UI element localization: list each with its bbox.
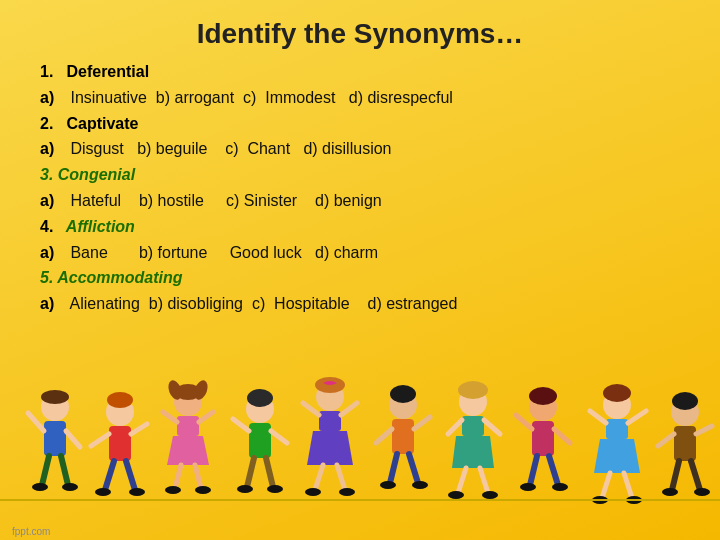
svg-line-24 — [163, 412, 177, 422]
svg-line-13 — [131, 424, 147, 434]
svg-point-47 — [305, 488, 321, 496]
svg-point-76 — [552, 483, 568, 491]
svg-rect-51 — [392, 419, 414, 454]
svg-line-34 — [271, 431, 287, 443]
svg-line-26 — [175, 465, 181, 488]
svg-line-54 — [390, 454, 397, 483]
svg-line-71 — [516, 415, 532, 429]
svg-line-53 — [414, 417, 430, 429]
q3-num: 3. Congenial — [40, 163, 135, 188]
q1-num: 1. — [40, 60, 62, 85]
q5a-letter: a) — [40, 292, 62, 317]
bottom-illustration: fppt.com — [0, 370, 720, 540]
svg-point-50 — [390, 385, 416, 403]
q2-label: Captivate — [62, 112, 138, 137]
q1-label: Deferential — [62, 60, 149, 85]
svg-rect-32 — [249, 423, 271, 458]
svg-point-8 — [62, 483, 78, 491]
svg-rect-79 — [606, 419, 628, 439]
slide-title: Identify the Synonyms… — [197, 18, 524, 50]
svg-rect-22 — [177, 416, 199, 436]
question-3: 3. Congenial — [40, 163, 680, 188]
svg-line-4 — [66, 431, 80, 447]
svg-point-56 — [380, 481, 396, 489]
q5a-options: Alienating b) disobliging c) Hospitable … — [66, 292, 457, 317]
svg-line-84 — [624, 473, 632, 498]
svg-line-27 — [195, 465, 201, 488]
svg-line-90 — [658, 434, 674, 446]
svg-rect-41 — [319, 411, 341, 431]
question-2: 2. Captivate — [40, 112, 680, 137]
svg-line-55 — [409, 454, 418, 483]
svg-point-67 — [482, 491, 498, 499]
svg-point-16 — [95, 488, 111, 496]
svg-line-91 — [696, 426, 712, 434]
svg-point-69 — [529, 387, 557, 405]
svg-line-65 — [480, 468, 488, 493]
svg-line-73 — [530, 456, 537, 485]
question-1-options: a) Insinuative b) arrogant c) Immodest d… — [40, 86, 680, 111]
svg-line-35 — [247, 458, 254, 487]
question-1: 1. Deferential — [40, 60, 680, 85]
svg-point-48 — [339, 488, 355, 496]
svg-point-57 — [412, 481, 428, 489]
svg-rect-89 — [674, 426, 696, 461]
svg-point-66 — [448, 491, 464, 499]
question-4-options: a) Bane b) fortune Good luck d) charm — [40, 241, 680, 266]
svg-point-21 — [175, 384, 201, 400]
svg-marker-23 — [167, 436, 209, 465]
svg-line-36 — [266, 458, 273, 487]
slide: Identify the Synonyms… 1. Deferential a)… — [0, 0, 720, 540]
svg-line-62 — [448, 420, 462, 434]
fppt-label: fppt.com — [12, 526, 50, 537]
q2a-letter: a) — [40, 137, 62, 162]
q4-num: 4. — [40, 215, 62, 240]
svg-point-31 — [247, 389, 273, 407]
svg-line-74 — [549, 456, 558, 485]
svg-point-59 — [458, 381, 488, 399]
q4-label: Affliction — [62, 215, 135, 240]
svg-point-7 — [32, 483, 48, 491]
svg-point-29 — [195, 486, 211, 494]
svg-point-28 — [165, 486, 181, 494]
q2-num: 2. — [40, 112, 62, 137]
svg-line-64 — [458, 468, 466, 493]
q3a-options: Hateful b) hostile c) Sinister d) benign — [66, 189, 382, 214]
q4a-letter: a) — [40, 241, 62, 266]
svg-marker-61 — [452, 436, 494, 468]
svg-line-93 — [691, 461, 700, 490]
svg-line-25 — [199, 412, 213, 422]
svg-line-81 — [590, 411, 606, 423]
svg-point-88 — [672, 392, 698, 410]
svg-line-92 — [672, 461, 679, 490]
content-area: 1. Deferential a) Insinuative b) arrogan… — [20, 60, 700, 318]
svg-line-46 — [337, 465, 345, 490]
svg-rect-11 — [109, 426, 131, 461]
question-5: 5. Accommodating — [40, 266, 680, 291]
svg-marker-42 — [307, 431, 353, 465]
svg-point-94 — [662, 488, 678, 496]
q2a-options: Disgust b) beguile c) Chant d) disillusi… — [66, 137, 391, 162]
q1a-letter: a) — [40, 86, 62, 111]
svg-line-43 — [303, 403, 319, 415]
svg-line-83 — [602, 473, 610, 498]
svg-point-95 — [694, 488, 710, 496]
svg-line-12 — [91, 434, 109, 446]
svg-line-5 — [42, 456, 49, 485]
question-4: 4. Affliction — [40, 215, 680, 240]
q3a-letter: a) — [40, 189, 62, 214]
svg-point-1 — [41, 390, 69, 404]
svg-line-15 — [126, 461, 135, 490]
svg-line-45 — [315, 465, 323, 490]
q1a-options: Insinuative b) arrogant c) Immodest d) d… — [66, 86, 453, 111]
svg-line-14 — [105, 461, 114, 490]
svg-point-17 — [129, 488, 145, 496]
svg-rect-2 — [44, 421, 66, 456]
q4a-options: Bane b) fortune Good luck d) charm — [66, 241, 378, 266]
svg-line-3 — [28, 413, 44, 431]
svg-line-52 — [376, 429, 392, 443]
svg-marker-80 — [594, 439, 640, 473]
svg-line-6 — [61, 456, 68, 485]
svg-point-38 — [267, 485, 283, 493]
svg-line-44 — [341, 403, 357, 415]
